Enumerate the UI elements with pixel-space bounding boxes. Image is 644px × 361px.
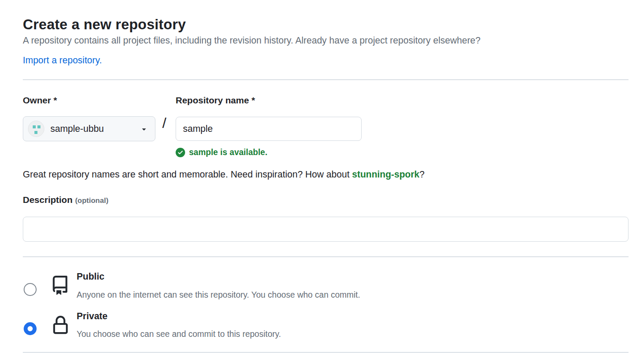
owner-dropdown-button[interactable]: sample-ubbu <box>23 116 155 141</box>
description-label-text: Description <box>23 195 73 205</box>
public-option-description: Anyone on the internet can see this repo… <box>77 290 360 300</box>
availability-text: sample is available. <box>189 147 267 157</box>
repository-name-input[interactable] <box>176 117 362 141</box>
description-optional-note: (optional) <box>75 196 108 205</box>
check-circle-icon <box>176 148 185 157</box>
description-input[interactable] <box>23 217 629 242</box>
import-repository-link[interactable]: Import a repository. <box>23 55 102 66</box>
create-repository-page: Create a new repository A repository con… <box>0 0 644 361</box>
owner-repo-separator: / <box>162 115 166 131</box>
private-option-label[interactable]: Private <box>77 311 108 322</box>
divider <box>23 79 629 80</box>
public-option-label[interactable]: Public <box>77 271 105 282</box>
repository-name-label: Repository name * <box>176 95 255 106</box>
suggestion-text-before: Great repository names are short and mem… <box>23 169 352 180</box>
divider <box>23 256 629 257</box>
name-suggestion: Great repository names are short and mem… <box>23 169 625 180</box>
public-radio[interactable] <box>24 283 37 296</box>
page-title: Create a new repository <box>23 16 186 33</box>
owner-label: Owner * <box>23 95 57 106</box>
lock-icon <box>51 316 70 337</box>
triangle-down-icon <box>140 125 148 133</box>
private-option-description: You choose who can see and commit to thi… <box>77 329 281 339</box>
private-radio[interactable] <box>24 322 37 335</box>
suggestion-text-after: ? <box>419 169 424 180</box>
availability-message: sample is available. <box>176 147 267 157</box>
repo-icon <box>50 276 70 297</box>
suggested-name-link[interactable]: stunning-spork <box>352 169 419 180</box>
owner-avatar-icon <box>28 121 44 137</box>
divider <box>23 352 629 353</box>
owner-login: sample-ubbu <box>50 124 104 134</box>
description-label: Description (optional) <box>23 195 108 205</box>
page-subtitle: A repository contains all project files,… <box>23 35 625 46</box>
